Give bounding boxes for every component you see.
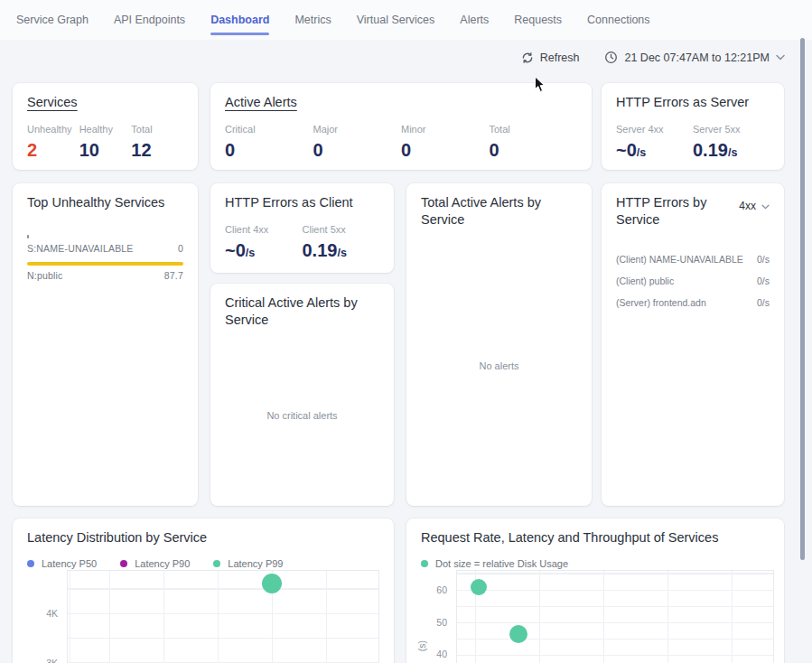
refresh-label: Refresh	[540, 51, 580, 64]
request-rate-card: Request Rate, Latency and Throughput of …	[406, 518, 784, 663]
stat-value: ~0/s	[616, 140, 693, 161]
stat-minor: Minor 0	[401, 124, 490, 161]
http-errors-server-card: HTTP Errors as Server Server 4xx ~0/s Se…	[602, 83, 784, 170]
latency-chart-title: Latency Distribution by Service	[27, 529, 379, 546]
stat-label: Unhealthy	[27, 124, 79, 135]
stat-server-4xx: Server 4xx ~0/s	[616, 124, 693, 161]
stat-value: 0	[490, 140, 578, 161]
legend-item-p50[interactable]: Latency P50	[27, 558, 97, 569]
legend-label: Latency P99	[228, 558, 283, 569]
unhealthy-item-value: 87.7	[164, 270, 183, 281]
latency-chart-plot: 4K3K	[67, 570, 379, 663]
top-unhealthy-card: Top Unhealthy Services S:NAME-UNAVAILABL…	[13, 183, 198, 506]
y-tick-label: 3K	[46, 658, 58, 663]
error-rate-row[interactable]: (Client) public 0/s	[616, 275, 770, 286]
refresh-icon	[521, 51, 534, 64]
data-point[interactable]	[262, 574, 282, 593]
stat-client-4xx: Client 4xx ~0/s	[225, 224, 303, 261]
stat-label: Total	[490, 124, 578, 135]
y-tick-label: 50	[436, 617, 447, 628]
y-tick-label: 60	[436, 584, 447, 595]
chevron-down-icon	[776, 54, 785, 61]
tab-metrics[interactable]: Metrics	[294, 14, 331, 26]
legend-dot	[421, 560, 428, 567]
empty-state-text: No critical alerts	[210, 410, 394, 421]
legend-item-p90[interactable]: Latency P90	[120, 558, 190, 569]
stat-critical: Critical 0	[225, 124, 313, 161]
http-errors-server-title: HTTP Errors as Server	[616, 94, 770, 111]
top-nav: Service Graph API Endpoints Dashboard Me…	[0, 0, 812, 40]
unhealthy-item-bar	[27, 262, 183, 266]
unhealthy-item-bar	[27, 235, 29, 238]
stat-value: 0	[225, 140, 313, 161]
legend-dot	[213, 560, 220, 567]
unhealthy-item[interactable]: N:public 87.7	[27, 262, 183, 281]
top-unhealthy-title: Top Unhealthy Services	[27, 194, 183, 211]
stat-client-5xx: Client 5xx 0.19/s	[303, 224, 380, 261]
http-errors-by-service-title: HTTP Errors by Service	[616, 194, 724, 229]
tab-dashboard[interactable]: Dashboard	[210, 14, 269, 26]
stat-value: 2	[27, 140, 79, 161]
latency-chart-legend: Latency P50 Latency P90 Latency P99	[27, 558, 379, 569]
legend-item-p99[interactable]: Latency P99	[213, 558, 283, 569]
stat-label: Major	[313, 124, 402, 135]
stat-label: Client 5xx	[303, 224, 380, 235]
stat-label: Server 4xx	[616, 124, 693, 135]
date-range-picker[interactable]: 21 Dec 07:47AM to 12:21PM	[604, 51, 785, 64]
unhealthy-item[interactable]: S:NAME-UNAVAILABLE 0	[27, 235, 183, 254]
stat-label: Server 5xx	[693, 124, 770, 135]
y-axis-label: (s)	[416, 640, 427, 651]
legend-label: Latency P50	[42, 558, 97, 569]
services-card: Services Unhealthy 2 Healthy 10 Total 12	[13, 83, 198, 170]
legend-label: Dot size = relative Disk Usage	[435, 558, 568, 569]
request-rate-chart-plot: (s) 605040	[456, 570, 774, 663]
data-point[interactable]	[509, 625, 527, 643]
stat-major: Major 0	[313, 124, 402, 161]
tab-api-endpoints[interactable]: API Endpoints	[114, 14, 185, 26]
error-rate-row[interactable]: (Client) NAME-UNAVAILABLE 0/s	[616, 254, 770, 265]
tab-alerts[interactable]: Alerts	[460, 14, 489, 26]
tab-connections[interactable]: Connections	[587, 14, 650, 26]
stat-label: Healthy	[79, 124, 132, 135]
stat-healthy: Healthy 10	[79, 124, 132, 161]
service-label: (Client) NAME-UNAVAILABLE	[616, 254, 743, 265]
stat-value: 10	[79, 140, 132, 161]
scrollbar-thumb[interactable]	[800, 38, 805, 560]
service-label: (Client) public	[616, 275, 674, 286]
dropdown-value: 4xx	[739, 200, 756, 212]
toolbar: Refresh 21 Dec 07:47AM to 12:21PM	[521, 51, 785, 64]
critical-alerts-card: Critical Active Alerts by Service No cri…	[210, 284, 394, 506]
latency-distribution-card: Latency Distribution by Service Latency …	[13, 518, 394, 663]
stat-value: 12	[131, 140, 183, 161]
tab-service-graph[interactable]: Service Graph	[16, 14, 89, 26]
tab-virtual-services[interactable]: Virtual Services	[357, 14, 435, 26]
unhealthy-item-value: 0	[178, 243, 183, 254]
http-errors-client-title: HTTP Errors as Client	[225, 194, 379, 211]
stat-server-5xx: Server 5xx 0.19/s	[693, 124, 770, 161]
rate-value: 0/s	[757, 254, 770, 265]
chevron-down-icon	[761, 200, 770, 212]
stat-label: Minor	[401, 124, 490, 135]
tab-requests[interactable]: Requests	[514, 14, 562, 26]
active-alerts-card-title[interactable]: Active Alerts	[225, 94, 577, 111]
stat-total: Total 12	[131, 124, 183, 161]
error-class-dropdown[interactable]: 4xx	[739, 200, 770, 212]
unhealthy-item-label: N:public	[27, 270, 63, 281]
mouse-cursor	[534, 76, 546, 97]
refresh-button[interactable]: Refresh	[521, 51, 580, 64]
request-rate-legend: Dot size = relative Disk Usage	[421, 558, 770, 569]
critical-alerts-title: Critical Active Alerts by Service	[225, 294, 387, 329]
stat-unhealthy: Unhealthy 2	[27, 124, 79, 161]
services-card-title[interactable]: Services	[27, 94, 183, 111]
stat-value: 0	[401, 140, 490, 161]
error-rate-row[interactable]: (Server) frontend.adn 0/s	[616, 297, 770, 308]
stat-value: 0.19/s	[693, 140, 770, 161]
http-errors-by-service-card: HTTP Errors by Service 4xx (Client) NAME…	[602, 183, 784, 506]
stat-value: 0	[313, 140, 402, 161]
data-point[interactable]	[471, 579, 487, 595]
clock-icon	[604, 51, 618, 64]
unhealthy-item-label: S:NAME-UNAVAILABLE	[27, 243, 134, 254]
service-label: (Server) frontend.adn	[616, 297, 706, 308]
stat-label: Client 4xx	[225, 224, 303, 235]
y-tick-label: 40	[436, 649, 447, 659]
